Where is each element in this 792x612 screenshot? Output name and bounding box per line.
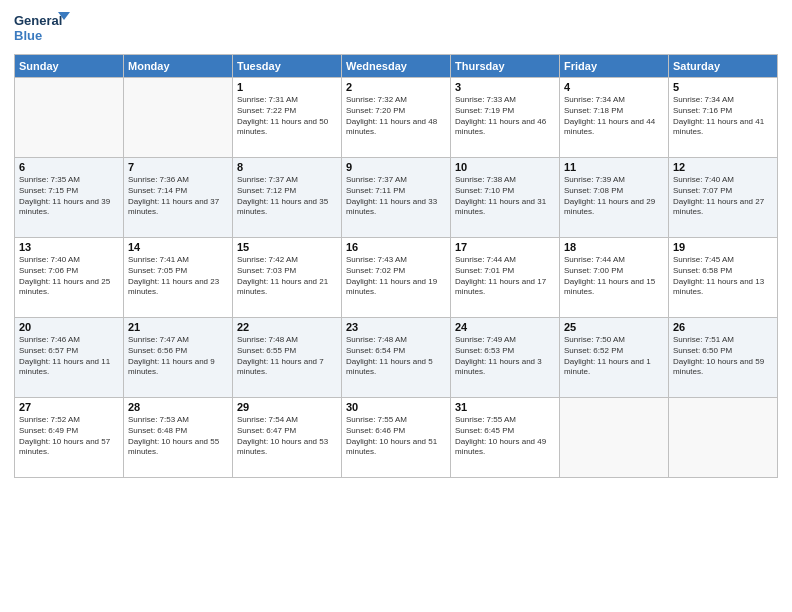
day-number: 17 bbox=[455, 241, 555, 253]
col-header-saturday: Saturday bbox=[669, 55, 778, 78]
day-info: Sunrise: 7:52 AMSunset: 6:49 PMDaylight:… bbox=[19, 415, 119, 458]
day-number: 22 bbox=[237, 321, 337, 333]
calendar-cell: 20Sunrise: 7:46 AMSunset: 6:57 PMDayligh… bbox=[15, 318, 124, 398]
calendar-cell: 15Sunrise: 7:42 AMSunset: 7:03 PMDayligh… bbox=[233, 238, 342, 318]
calendar-cell: 31Sunrise: 7:55 AMSunset: 6:45 PMDayligh… bbox=[451, 398, 560, 478]
day-number: 31 bbox=[455, 401, 555, 413]
calendar-cell: 25Sunrise: 7:50 AMSunset: 6:52 PMDayligh… bbox=[560, 318, 669, 398]
week-row: 6Sunrise: 7:35 AMSunset: 7:15 PMDaylight… bbox=[15, 158, 778, 238]
calendar-cell: 13Sunrise: 7:40 AMSunset: 7:06 PMDayligh… bbox=[15, 238, 124, 318]
calendar-cell: 5Sunrise: 7:34 AMSunset: 7:16 PMDaylight… bbox=[669, 78, 778, 158]
generalblue-logo: General Blue bbox=[14, 10, 70, 48]
day-info: Sunrise: 7:46 AMSunset: 6:57 PMDaylight:… bbox=[19, 335, 119, 378]
day-info: Sunrise: 7:35 AMSunset: 7:15 PMDaylight:… bbox=[19, 175, 119, 218]
day-info: Sunrise: 7:37 AMSunset: 7:11 PMDaylight:… bbox=[346, 175, 446, 218]
logo: General Blue bbox=[14, 10, 70, 48]
day-info: Sunrise: 7:40 AMSunset: 7:06 PMDaylight:… bbox=[19, 255, 119, 298]
calendar-cell: 4Sunrise: 7:34 AMSunset: 7:18 PMDaylight… bbox=[560, 78, 669, 158]
day-info: Sunrise: 7:34 AMSunset: 7:18 PMDaylight:… bbox=[564, 95, 664, 138]
week-row: 20Sunrise: 7:46 AMSunset: 6:57 PMDayligh… bbox=[15, 318, 778, 398]
day-number: 5 bbox=[673, 81, 773, 93]
calendar-cell: 19Sunrise: 7:45 AMSunset: 6:58 PMDayligh… bbox=[669, 238, 778, 318]
header-row: SundayMondayTuesdayWednesdayThursdayFrid… bbox=[15, 55, 778, 78]
week-row: 1Sunrise: 7:31 AMSunset: 7:22 PMDaylight… bbox=[15, 78, 778, 158]
day-number: 28 bbox=[128, 401, 228, 413]
day-number: 16 bbox=[346, 241, 446, 253]
day-number: 11 bbox=[564, 161, 664, 173]
day-info: Sunrise: 7:48 AMSunset: 6:55 PMDaylight:… bbox=[237, 335, 337, 378]
col-header-monday: Monday bbox=[124, 55, 233, 78]
day-number: 20 bbox=[19, 321, 119, 333]
day-number: 9 bbox=[346, 161, 446, 173]
day-number: 6 bbox=[19, 161, 119, 173]
day-number: 21 bbox=[128, 321, 228, 333]
calendar-cell: 23Sunrise: 7:48 AMSunset: 6:54 PMDayligh… bbox=[342, 318, 451, 398]
calendar-cell: 27Sunrise: 7:52 AMSunset: 6:49 PMDayligh… bbox=[15, 398, 124, 478]
day-number: 26 bbox=[673, 321, 773, 333]
day-info: Sunrise: 7:44 AMSunset: 7:00 PMDaylight:… bbox=[564, 255, 664, 298]
day-number: 3 bbox=[455, 81, 555, 93]
calendar-cell bbox=[669, 398, 778, 478]
day-info: Sunrise: 7:42 AMSunset: 7:03 PMDaylight:… bbox=[237, 255, 337, 298]
calendar-cell: 29Sunrise: 7:54 AMSunset: 6:47 PMDayligh… bbox=[233, 398, 342, 478]
col-header-wednesday: Wednesday bbox=[342, 55, 451, 78]
calendar-cell: 12Sunrise: 7:40 AMSunset: 7:07 PMDayligh… bbox=[669, 158, 778, 238]
day-number: 4 bbox=[564, 81, 664, 93]
col-header-tuesday: Tuesday bbox=[233, 55, 342, 78]
calendar-cell: 26Sunrise: 7:51 AMSunset: 6:50 PMDayligh… bbox=[669, 318, 778, 398]
day-number: 23 bbox=[346, 321, 446, 333]
day-number: 2 bbox=[346, 81, 446, 93]
day-number: 29 bbox=[237, 401, 337, 413]
calendar-cell: 21Sunrise: 7:47 AMSunset: 6:56 PMDayligh… bbox=[124, 318, 233, 398]
calendar-cell: 6Sunrise: 7:35 AMSunset: 7:15 PMDaylight… bbox=[15, 158, 124, 238]
calendar-cell: 24Sunrise: 7:49 AMSunset: 6:53 PMDayligh… bbox=[451, 318, 560, 398]
day-number: 1 bbox=[237, 81, 337, 93]
day-number: 15 bbox=[237, 241, 337, 253]
calendar-cell: 1Sunrise: 7:31 AMSunset: 7:22 PMDaylight… bbox=[233, 78, 342, 158]
calendar-cell: 10Sunrise: 7:38 AMSunset: 7:10 PMDayligh… bbox=[451, 158, 560, 238]
svg-text:Blue: Blue bbox=[14, 28, 42, 43]
day-info: Sunrise: 7:39 AMSunset: 7:08 PMDaylight:… bbox=[564, 175, 664, 218]
col-header-friday: Friday bbox=[560, 55, 669, 78]
day-info: Sunrise: 7:49 AMSunset: 6:53 PMDaylight:… bbox=[455, 335, 555, 378]
calendar-cell: 7Sunrise: 7:36 AMSunset: 7:14 PMDaylight… bbox=[124, 158, 233, 238]
day-info: Sunrise: 7:47 AMSunset: 6:56 PMDaylight:… bbox=[128, 335, 228, 378]
col-header-sunday: Sunday bbox=[15, 55, 124, 78]
day-number: 10 bbox=[455, 161, 555, 173]
calendar-cell: 11Sunrise: 7:39 AMSunset: 7:08 PMDayligh… bbox=[560, 158, 669, 238]
day-info: Sunrise: 7:44 AMSunset: 7:01 PMDaylight:… bbox=[455, 255, 555, 298]
day-info: Sunrise: 7:34 AMSunset: 7:16 PMDaylight:… bbox=[673, 95, 773, 138]
calendar-cell: 2Sunrise: 7:32 AMSunset: 7:20 PMDaylight… bbox=[342, 78, 451, 158]
day-info: Sunrise: 7:54 AMSunset: 6:47 PMDaylight:… bbox=[237, 415, 337, 458]
col-header-thursday: Thursday bbox=[451, 55, 560, 78]
day-info: Sunrise: 7:45 AMSunset: 6:58 PMDaylight:… bbox=[673, 255, 773, 298]
day-info: Sunrise: 7:37 AMSunset: 7:12 PMDaylight:… bbox=[237, 175, 337, 218]
day-info: Sunrise: 7:50 AMSunset: 6:52 PMDaylight:… bbox=[564, 335, 664, 378]
day-info: Sunrise: 7:55 AMSunset: 6:46 PMDaylight:… bbox=[346, 415, 446, 458]
calendar-cell: 28Sunrise: 7:53 AMSunset: 6:48 PMDayligh… bbox=[124, 398, 233, 478]
day-info: Sunrise: 7:31 AMSunset: 7:22 PMDaylight:… bbox=[237, 95, 337, 138]
day-info: Sunrise: 7:55 AMSunset: 6:45 PMDaylight:… bbox=[455, 415, 555, 458]
day-number: 13 bbox=[19, 241, 119, 253]
day-number: 30 bbox=[346, 401, 446, 413]
calendar-cell: 16Sunrise: 7:43 AMSunset: 7:02 PMDayligh… bbox=[342, 238, 451, 318]
day-number: 8 bbox=[237, 161, 337, 173]
day-number: 7 bbox=[128, 161, 228, 173]
calendar-cell: 14Sunrise: 7:41 AMSunset: 7:05 PMDayligh… bbox=[124, 238, 233, 318]
day-info: Sunrise: 7:51 AMSunset: 6:50 PMDaylight:… bbox=[673, 335, 773, 378]
week-row: 27Sunrise: 7:52 AMSunset: 6:49 PMDayligh… bbox=[15, 398, 778, 478]
day-info: Sunrise: 7:38 AMSunset: 7:10 PMDaylight:… bbox=[455, 175, 555, 218]
calendar-cell bbox=[560, 398, 669, 478]
day-info: Sunrise: 7:40 AMSunset: 7:07 PMDaylight:… bbox=[673, 175, 773, 218]
calendar-cell: 18Sunrise: 7:44 AMSunset: 7:00 PMDayligh… bbox=[560, 238, 669, 318]
day-info: Sunrise: 7:41 AMSunset: 7:05 PMDaylight:… bbox=[128, 255, 228, 298]
header: General Blue bbox=[14, 10, 778, 48]
svg-text:General: General bbox=[14, 13, 62, 28]
day-number: 12 bbox=[673, 161, 773, 173]
day-info: Sunrise: 7:53 AMSunset: 6:48 PMDaylight:… bbox=[128, 415, 228, 458]
day-info: Sunrise: 7:32 AMSunset: 7:20 PMDaylight:… bbox=[346, 95, 446, 138]
day-info: Sunrise: 7:36 AMSunset: 7:14 PMDaylight:… bbox=[128, 175, 228, 218]
calendar-cell: 8Sunrise: 7:37 AMSunset: 7:12 PMDaylight… bbox=[233, 158, 342, 238]
calendar-cell: 22Sunrise: 7:48 AMSunset: 6:55 PMDayligh… bbox=[233, 318, 342, 398]
calendar-cell bbox=[124, 78, 233, 158]
